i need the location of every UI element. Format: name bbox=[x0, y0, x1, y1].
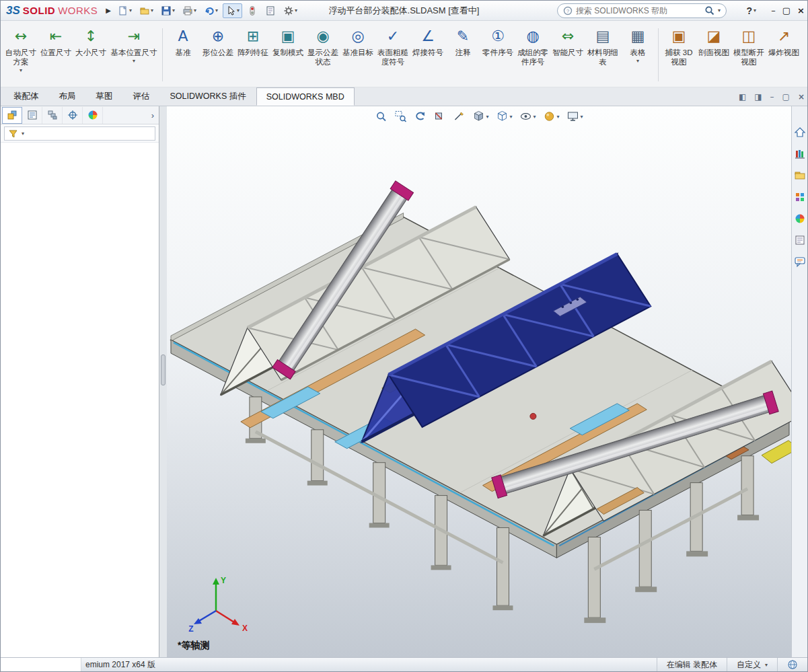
design-library-icon bbox=[794, 148, 806, 160]
rebuild-button[interactable] bbox=[244, 3, 260, 18]
ribbon-button-copy-scheme[interactable]: ▣复制模式 bbox=[270, 23, 305, 87]
ribbon-button-location-dimension[interactable]: ⇤位置尺寸 bbox=[38, 23, 73, 87]
tab-configuration-manager[interactable] bbox=[42, 107, 63, 124]
search-icon[interactable] bbox=[704, 5, 714, 15]
tab-feature-manager[interactable] bbox=[2, 107, 22, 124]
ribbon-button-size-dimension[interactable]: ↕大小尺寸 bbox=[73, 23, 108, 87]
annotation-views-button[interactable] bbox=[451, 109, 466, 124]
editing-status: 在编辑 装配体 bbox=[657, 658, 727, 671]
solidworks-resources-tab[interactable] bbox=[794, 126, 806, 141]
options-button[interactable]: ▾ bbox=[281, 3, 300, 18]
new-file-icon bbox=[118, 5, 128, 16]
ribbon-button-datum-target[interactable]: ◎基准目标 bbox=[340, 23, 375, 87]
help-menu[interactable]: ? ▾ bbox=[746, 5, 756, 16]
ribbon-button-pattern-feature[interactable]: ⊞阵列特征 bbox=[235, 23, 270, 87]
auto-dimension-scheme-icon: ↔ bbox=[15, 26, 27, 48]
doc-minimize-button[interactable]: – bbox=[770, 92, 774, 102]
forum-bubble-icon bbox=[794, 256, 806, 268]
splitter-handle[interactable] bbox=[161, 354, 166, 385]
save-floppy-icon bbox=[161, 5, 172, 16]
menu-flyout-arrow[interactable]: ▶ bbox=[102, 7, 115, 14]
tab-evaluate[interactable]: 评估 bbox=[123, 87, 160, 106]
design-library-tab[interactable] bbox=[794, 148, 806, 162]
stacked-balloon-icon: ◍ bbox=[526, 26, 539, 48]
open-button[interactable]: ▾ bbox=[137, 3, 156, 18]
display-style-button[interactable]: ▾ bbox=[494, 109, 513, 124]
ribbon-button-auto-dimension-scheme[interactable]: ↔自动尺寸方案▾ bbox=[3, 23, 38, 87]
appearances-scenes-tab[interactable] bbox=[794, 213, 806, 227]
ribbon-button-geometric-tolerance[interactable]: ⊕形位公差 bbox=[200, 23, 235, 87]
feature-manager-panel: › ▾ bbox=[1, 106, 159, 657]
view-orientation-button[interactable]: ▾ bbox=[471, 109, 490, 124]
ribbon-button-stacked-balloon[interactable]: ◍成组的零件序号 bbox=[515, 23, 550, 87]
custom-properties-tab[interactable] bbox=[794, 234, 806, 248]
tab-assembly[interactable]: 装配体 bbox=[3, 87, 49, 106]
pane-collapse-left-icon[interactable]: ◧ bbox=[739, 92, 746, 102]
tab-solidworks-mbd[interactable]: SOLIDWORKS MBD bbox=[256, 87, 355, 106]
window-controls: – ▢ × bbox=[771, 5, 805, 15]
search-input[interactable] bbox=[576, 6, 701, 15]
tab-layout[interactable]: 布局 bbox=[49, 87, 86, 106]
ribbon-button-datum[interactable]: A基准 bbox=[166, 23, 200, 87]
restore-button[interactable]: ▢ bbox=[782, 5, 791, 15]
appearance-sphere-icon bbox=[544, 110, 556, 122]
ribbon-button-smart-dimension[interactable]: ⇔智能尺寸 bbox=[550, 23, 585, 87]
connection-status[interactable] bbox=[777, 658, 807, 671]
triad-x-label: X bbox=[242, 624, 248, 633]
ribbon-button-note[interactable]: ✎注释 bbox=[445, 23, 480, 87]
ribbon-button-bill-of-materials[interactable]: ▤材料明细表 bbox=[585, 23, 620, 87]
folder-icon bbox=[794, 170, 806, 182]
pane-expand-right-icon[interactable]: ◨ bbox=[754, 92, 762, 102]
weld-symbol-icon: ∠ bbox=[421, 26, 435, 48]
search-box: ? ▾ bbox=[557, 3, 727, 18]
minimize-button[interactable]: – bbox=[771, 5, 776, 15]
tab-dimxpert-manager[interactable] bbox=[63, 107, 83, 124]
view-orientation-label: *等轴测 bbox=[178, 640, 209, 652]
previous-view-button[interactable] bbox=[412, 109, 427, 124]
zoom-to-fit-button[interactable] bbox=[373, 109, 388, 124]
view-palette-tab[interactable] bbox=[794, 191, 806, 205]
document-title: 浮动平台部分装配体.SLDASM [查看中] bbox=[329, 5, 480, 17]
new-button[interactable]: ▾ bbox=[115, 3, 135, 18]
hide-show-items-button[interactable]: ▾ bbox=[518, 109, 537, 124]
model-canvas[interactable] bbox=[167, 106, 791, 657]
doc-restore-button[interactable]: ▢ bbox=[782, 92, 790, 102]
undo-button[interactable]: ▾ bbox=[201, 3, 221, 18]
solidworks-forum-tab[interactable] bbox=[794, 256, 806, 270]
select-button[interactable]: ▾ bbox=[223, 3, 242, 18]
ribbon-button-surface-finish[interactable]: ✓表面粗糙度符号 bbox=[375, 23, 410, 87]
tab-sketch[interactable]: 草图 bbox=[86, 87, 123, 106]
ribbon-button-show-tolerance-status[interactable]: ◉显示公差状态 bbox=[305, 23, 340, 87]
save-button[interactable]: ▾ bbox=[158, 3, 178, 18]
edit-appearance-button[interactable]: ▾ bbox=[542, 109, 561, 124]
doc-close-button[interactable]: × bbox=[798, 92, 805, 102]
ribbon-button-basic-location-dimension[interactable]: ⇥基本位置尺寸▾ bbox=[108, 23, 159, 87]
zoom-to-area-button[interactable] bbox=[393, 109, 408, 124]
tree-filter-field[interactable]: ▾ bbox=[4, 126, 155, 141]
ribbon-button-table[interactable]: ▦表格▾ bbox=[620, 23, 655, 87]
view-settings-button[interactable]: ▾ bbox=[566, 109, 585, 124]
feature-tree-body[interactable] bbox=[1, 143, 159, 657]
ribbon-button-balloon[interactable]: ①零件序号 bbox=[480, 23, 515, 87]
show-tolerance-status-icon: ◉ bbox=[316, 26, 329, 48]
close-button[interactable]: × bbox=[797, 5, 805, 15]
ribbon-button-weld-symbol[interactable]: ∠焊接符号 bbox=[410, 23, 445, 87]
ribbon-separator bbox=[162, 28, 163, 81]
ribbon-button-capture-3d-view[interactable]: ▣捕获 3D 视图 bbox=[661, 23, 696, 87]
geometric-tolerance-icon: ⊕ bbox=[212, 26, 224, 48]
panel-tabs-overflow-chevron[interactable]: › bbox=[147, 110, 159, 120]
file-properties-button[interactable] bbox=[262, 3, 279, 18]
ribbon-button-exploded-view[interactable]: ↗爆炸视图 bbox=[766, 23, 801, 87]
print-button[interactable]: ▾ bbox=[180, 3, 199, 18]
tab-solidworks-addins[interactable]: SOLIDWORKS 插件 bbox=[160, 87, 256, 106]
ribbon-button-section-view[interactable]: ◪剖面视图 bbox=[696, 23, 731, 87]
section-view-button[interactable] bbox=[432, 109, 447, 124]
tab-property-manager[interactable] bbox=[22, 107, 42, 124]
tab-display-manager[interactable] bbox=[83, 107, 103, 124]
search-scope-icon[interactable]: ? bbox=[563, 6, 573, 15]
rebuild-stoplight-icon bbox=[247, 5, 258, 16]
file-explorer-tab[interactable] bbox=[794, 170, 806, 184]
units-selector[interactable]: 自定义 ▾ bbox=[727, 658, 777, 671]
feature-manager-tabs: › bbox=[1, 106, 159, 124]
ribbon-button-model-break-view[interactable]: ◫模型断开视图 bbox=[731, 23, 766, 87]
